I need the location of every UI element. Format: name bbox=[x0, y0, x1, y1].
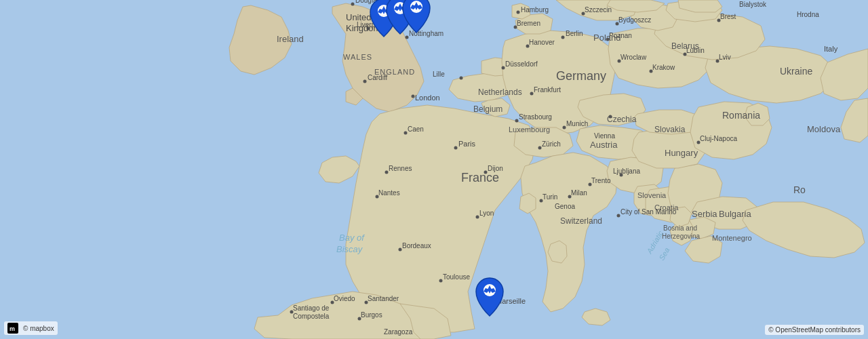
svg-point-5 bbox=[454, 146, 458, 150]
svg-point-14 bbox=[460, 77, 463, 80]
svg-text:Compostela: Compostela bbox=[293, 313, 330, 320]
svg-point-18 bbox=[563, 126, 566, 129]
svg-text:City of San Marino: City of San Marino bbox=[620, 208, 677, 216]
svg-text:Bremen: Bremen bbox=[517, 20, 540, 27]
svg-text:Cardiff: Cardiff bbox=[368, 74, 387, 81]
svg-text:Montenegro: Montenegro bbox=[712, 234, 752, 242]
svg-text:Ukraine: Ukraine bbox=[780, 66, 812, 77]
svg-text:m: m bbox=[9, 325, 15, 332]
svg-point-26 bbox=[561, 36, 565, 39]
svg-text:Berlin: Berlin bbox=[566, 30, 583, 37]
svg-text:Czechia: Czechia bbox=[607, 115, 637, 124]
svg-text:Cluj-Napoca: Cluj-Napoca bbox=[700, 135, 737, 142]
svg-text:Ro: Ro bbox=[793, 184, 806, 195]
svg-text:Hungary: Hungary bbox=[665, 148, 698, 158]
svg-point-4 bbox=[412, 95, 415, 98]
svg-text:Italy: Italy bbox=[824, 45, 838, 53]
svg-text:Toulouse: Toulouse bbox=[443, 273, 470, 281]
svg-text:Turin: Turin bbox=[542, 193, 557, 201]
svg-text:Poznan: Poznan bbox=[609, 32, 632, 39]
svg-text:Rennes: Rennes bbox=[389, 165, 412, 172]
mapbox-text: © mapbox bbox=[23, 325, 54, 332]
svg-text:Ljubljana: Ljubljana bbox=[613, 167, 640, 175]
svg-text:Trento: Trento bbox=[591, 177, 611, 184]
svg-text:Bordeaux: Bordeaux bbox=[402, 242, 431, 250]
svg-point-15 bbox=[502, 66, 505, 70]
svg-text:Nantes: Nantes bbox=[378, 189, 400, 197]
svg-text:France: France bbox=[461, 171, 499, 184]
svg-text:Bialystok: Bialystok bbox=[739, 1, 767, 8]
svg-text:Bosnia and: Bosnia and bbox=[663, 224, 697, 232]
svg-text:Milan: Milan bbox=[571, 189, 587, 197]
svg-point-24 bbox=[617, 214, 620, 218]
svg-point-9 bbox=[399, 248, 402, 252]
svg-text:Vienna: Vienna bbox=[594, 132, 615, 140]
svg-text:Frankfurt: Frankfurt bbox=[534, 86, 561, 94]
svg-text:Munich: Munich bbox=[566, 120, 588, 127]
svg-point-27 bbox=[517, 11, 520, 14]
svg-point-16 bbox=[530, 92, 534, 96]
map-svg: Ireland WALES ENGLAND United Kingdom Fra… bbox=[0, 0, 868, 339]
svg-point-19 bbox=[538, 146, 542, 150]
svg-text:Austria: Austria bbox=[590, 140, 618, 150]
svg-text:Santiago de: Santiago de bbox=[293, 304, 330, 312]
svg-point-30 bbox=[351, 3, 355, 6]
svg-text:Lille: Lille bbox=[433, 71, 445, 78]
svg-text:Lviv: Lviv bbox=[719, 54, 731, 61]
svg-text:Brest: Brest bbox=[720, 13, 736, 20]
svg-text:Bay of: Bay of bbox=[339, 233, 365, 243]
svg-text:Burgos: Burgos bbox=[361, 311, 382, 319]
svg-text:Santander: Santander bbox=[368, 295, 399, 302]
svg-text:Genoa: Genoa bbox=[555, 203, 575, 210]
svg-text:Dijon: Dijon bbox=[488, 165, 503, 172]
svg-point-17 bbox=[515, 119, 519, 123]
svg-text:Germany: Germany bbox=[556, 69, 606, 83]
svg-point-10 bbox=[439, 279, 443, 283]
map-container[interactable]: Ireland WALES ENGLAND United Kingdom Fra… bbox=[0, 0, 868, 339]
svg-text:Slovenia: Slovenia bbox=[637, 191, 667, 199]
svg-text:Switzerland: Switzerland bbox=[560, 216, 602, 226]
svg-text:Lublin: Lublin bbox=[686, 47, 705, 54]
svg-text:Krakow: Krakow bbox=[652, 64, 675, 71]
svg-point-2 bbox=[406, 36, 409, 39]
svg-text:Paris: Paris bbox=[458, 140, 476, 148]
svg-text:Luxembourg: Luxembourg bbox=[509, 125, 550, 134]
svg-text:Wroclaw: Wroclaw bbox=[620, 54, 647, 61]
svg-text:Oviedo: Oviedo bbox=[334, 295, 355, 302]
svg-text:Szczecin: Szczecin bbox=[585, 6, 612, 14]
svg-text:Düsseldorf: Düsseldorf bbox=[505, 60, 538, 68]
map-attribution-left[interactable]: m © mapbox bbox=[4, 321, 58, 335]
svg-text:WALES: WALES bbox=[343, 53, 372, 61]
map-attribution-right: © OpenStreetMap contributors bbox=[765, 325, 864, 335]
svg-point-3 bbox=[363, 80, 367, 83]
svg-point-13 bbox=[476, 216, 479, 219]
svg-text:Moldova: Moldova bbox=[807, 124, 841, 134]
svg-text:Zaragoza: Zaragoza bbox=[384, 328, 413, 336]
svg-text:Belgium: Belgium bbox=[473, 104, 502, 114]
svg-text:Zürich: Zürich bbox=[542, 140, 561, 148]
svg-text:Hrodna: Hrodna bbox=[797, 11, 819, 18]
svg-text:Bulgaria: Bulgaria bbox=[719, 209, 751, 219]
svg-text:Strasbourg: Strasbourg bbox=[519, 113, 552, 121]
svg-text:Romania: Romania bbox=[722, 110, 760, 121]
svg-text:Serbia: Serbia bbox=[692, 209, 717, 219]
svg-text:London: London bbox=[415, 94, 440, 102]
svg-text:Herzegovina: Herzegovina bbox=[662, 233, 701, 240]
svg-point-7 bbox=[385, 171, 389, 174]
svg-text:Slovakia: Slovakia bbox=[654, 125, 686, 134]
svg-text:Hamburg: Hamburg bbox=[521, 6, 549, 14]
svg-text:Ireland: Ireland bbox=[277, 34, 304, 44]
svg-text:Biscay: Biscay bbox=[336, 244, 363, 254]
svg-text:Lyon: Lyon bbox=[479, 210, 494, 217]
svg-text:Netherlands: Netherlands bbox=[478, 87, 522, 97]
svg-text:Caen: Caen bbox=[408, 125, 424, 133]
svg-text:Hanover: Hanover bbox=[529, 39, 555, 46]
svg-text:Bydgoszcz: Bydgoszcz bbox=[618, 16, 651, 24]
svg-point-6 bbox=[404, 132, 408, 135]
